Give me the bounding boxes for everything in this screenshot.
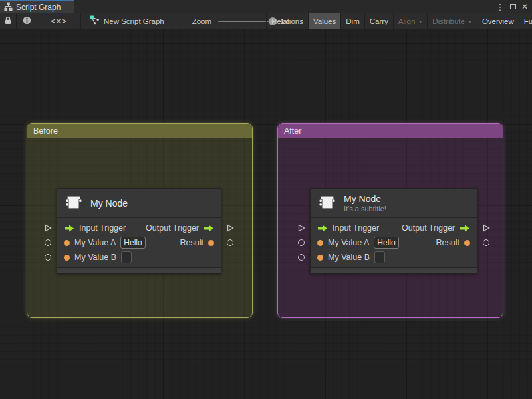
window-menu-icon[interactable]: ⋮ [495,0,505,13]
value-port-icon [208,240,214,246]
distribute-label: Distribute [432,17,465,25]
my-value-b-label: My Value B [328,253,370,262]
toolbar-middle-group: New Script Graph Zoom 1x [90,13,288,29]
node-titles: My Node It's a subtitle! [344,194,386,213]
carry-label: Carry [370,17,388,25]
value-a-input-port[interactable] [298,239,305,246]
full-screen-button[interactable]: Full Screen [519,13,532,29]
lock-icon [4,15,12,27]
value-b-field[interactable] [121,251,132,263]
node-footer [57,267,221,273]
values-label: Values [313,17,336,25]
toolbar-left-group: <×> [0,13,81,29]
value-port-icon [317,255,323,261]
value-a-row: My Value A Hello Result [57,235,221,250]
flow-output-port[interactable] [482,224,490,232]
flow-arrow-icon [460,225,470,232]
value-b-input-port[interactable] [298,254,305,261]
node-title: My Node [344,194,386,204]
group-before-header[interactable]: Before [27,124,252,138]
my-value-a-label: My Value A [74,238,116,247]
group-after-header[interactable]: After [278,124,503,138]
align-label: Align [398,17,416,25]
value-a-field[interactable]: Hello [120,237,145,249]
node-titles: My Node [90,198,128,209]
group-after-title: After [284,126,301,136]
window-close-icon[interactable]: ✕ [519,0,530,13]
input-trigger-label: Input Trigger [332,223,379,233]
full-screen-label: Full Screen [524,17,532,25]
node-my-node-after[interactable]: My Node It's a subtitle! Input Trigger [310,188,477,274]
result-output-port[interactable] [227,239,233,246]
node-title: My Node [90,198,128,209]
flow-arrow-icon [203,225,214,232]
value-a-input-port[interactable] [45,239,51,246]
flow-row: Input Trigger Output Trigger [57,221,221,235]
lock-button[interactable] [0,13,17,29]
value-port-icon [64,240,70,246]
inspect-button[interactable] [17,13,37,29]
overview-button[interactable]: Overview [477,13,519,29]
relations-label: Relations [271,17,303,25]
graph-hierarchy-icon [4,1,13,13]
toolbar-right-group: Relations Values Dim Carry Align ▼ Distr… [266,13,532,29]
graph-name-label: New Script Graph [104,17,164,25]
distribute-dropdown[interactable]: Distribute ▼ [427,13,477,29]
my-value-a-label: My Value A [328,238,369,247]
output-trigger-label: Output Trigger [146,223,199,233]
dim-label: Dim [346,17,359,25]
carry-toggle[interactable]: Carry [364,13,393,29]
flow-output-port[interactable] [226,224,234,232]
values-toggle[interactable]: Values [308,13,340,29]
node-footer [311,267,477,273]
tab-title: Script Graph [16,3,61,12]
node-after-wrap: My Node It's a subtitle! Input Trigger [310,188,477,274]
node-port-rows: Input Trigger Output Trigger My Valu [57,218,221,267]
input-trigger-label: Input Trigger [79,223,126,233]
value-b-input-port[interactable] [45,254,51,261]
value-b-row: My Value B [57,250,221,265]
node-subtitle: It's a subtitle! [344,205,386,213]
flow-input-port[interactable] [297,224,305,232]
graph-canvas[interactable]: Before After [0,29,532,399]
flow-arrow-icon [64,225,74,232]
node-port-rows: Input Trigger Output Trigger My Valu [311,218,477,267]
graph-toolbar: <×> New Script Graph Zoom 1x Relations [0,13,532,29]
value-a-row: My Value A Hello Result [311,235,477,250]
info-icon [23,15,31,27]
code-view-icon: <×> [51,17,66,26]
chevron-down-icon: ▼ [467,19,472,24]
value-a-field[interactable]: Hello [374,237,398,249]
flow-row: Input Trigger Output Trigger [311,221,477,235]
script-graph-asset-icon [90,15,100,27]
chevron-down-icon: ▼ [418,19,422,24]
value-b-row: My Value B [311,250,477,265]
window-maximize-icon[interactable] [507,0,518,13]
result-label: Result [180,238,203,247]
maximize-box [510,4,516,9]
dim-toggle[interactable]: Dim [340,13,364,29]
unit-node-icon [317,192,337,215]
node-header[interactable]: My Node It's a subtitle! [311,189,477,218]
node-header[interactable]: My Node [57,189,221,218]
node-my-node-before[interactable]: My Node Input Trigger Output Trigger [57,188,221,274]
result-output-port[interactable] [483,239,489,246]
zoom-label: Zoom [192,17,211,25]
flow-input-port[interactable] [44,224,52,232]
value-port-icon [317,240,323,246]
align-dropdown[interactable]: Align ▼ [393,13,428,29]
group-before-title: Before [33,126,58,136]
tab-bar: Script Graph ⋮ ✕ [0,0,532,13]
node-before-wrap: My Node Input Trigger Output Trigger [57,188,221,274]
flow-arrow-icon [317,225,328,232]
my-value-b-label: My Value B [74,253,116,262]
overview-label: Overview [482,17,514,25]
relations-toggle[interactable]: Relations [266,13,308,29]
value-port-icon [64,255,70,261]
value-b-field[interactable] [374,251,385,263]
code-view-button[interactable]: <×> [37,13,81,29]
tab-script-graph[interactable]: Script Graph [0,0,74,13]
value-port-icon [464,240,470,246]
result-label: Result [436,238,460,247]
script-graph-window: Script Graph ⋮ ✕ [0,0,532,399]
